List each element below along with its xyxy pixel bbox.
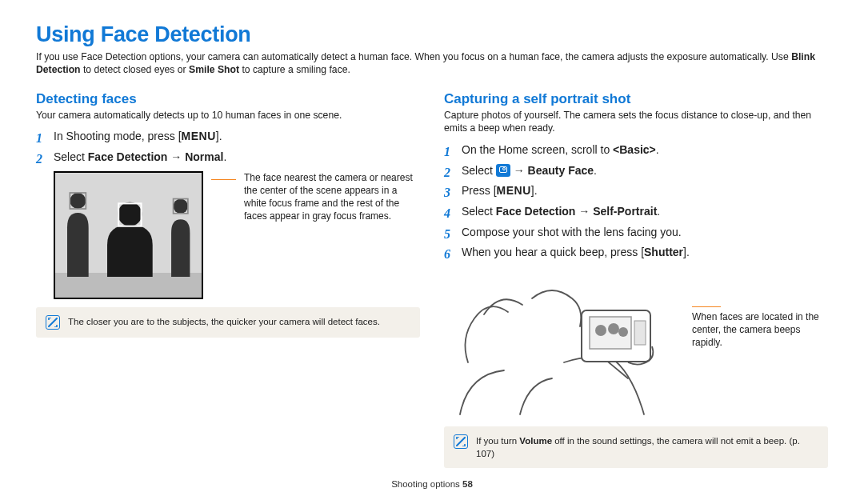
right-tip-box: If you turn Volume off in the sound sett… bbox=[444, 426, 828, 468]
figure-detecting-faces bbox=[54, 171, 203, 299]
figure-self-portrait bbox=[444, 266, 684, 418]
r6c: ]. bbox=[683, 246, 690, 258]
figure-1-row: The face nearest the camera or nearest t… bbox=[54, 171, 420, 299]
right-step-5: Compose your shot with the lens facing y… bbox=[444, 224, 828, 242]
intro-text-2: to detect closed eyes or bbox=[81, 64, 190, 75]
r4a: Select bbox=[462, 205, 496, 218]
footer-page-number: 58 bbox=[462, 479, 473, 489]
left-column: Detecting faces Your camera automaticall… bbox=[36, 91, 420, 468]
svg-rect-11 bbox=[634, 321, 646, 345]
r2b: → bbox=[510, 164, 528, 177]
left-step-1: In Shooting mode, press [MENU]. bbox=[36, 128, 420, 146]
figure-1-caption: The face nearest the camera or nearest t… bbox=[244, 171, 420, 223]
r4b: Face Detection bbox=[496, 205, 576, 218]
r1b: <Basic> bbox=[613, 143, 656, 156]
intro-bold-2: Smile Shot bbox=[189, 64, 239, 75]
note-icon bbox=[46, 315, 60, 330]
r2a: Select bbox=[462, 164, 496, 177]
manual-page: Using Face Detection If you use Face Det… bbox=[0, 0, 864, 497]
r1c: . bbox=[656, 143, 659, 156]
figure-1-svg bbox=[55, 173, 202, 279]
left-lede: Your camera automatically detects up to … bbox=[36, 109, 420, 122]
left-step1-text-a: In Shooting mode, press [ bbox=[54, 130, 182, 142]
r6b: Shutter bbox=[644, 246, 683, 258]
right-steps: On the Home screen, scroll to <Basic>. S… bbox=[444, 142, 828, 262]
section-heading-self-portrait: Capturing a self portrait shot bbox=[444, 91, 828, 107]
section-heading-detecting-faces: Detecting faces bbox=[36, 91, 420, 107]
r3a: Press [ bbox=[462, 184, 497, 197]
note-icon bbox=[454, 434, 468, 449]
left-step-2: Select Face Detection → Normal. bbox=[36, 149, 420, 166]
r1a: On the Home screen, scroll to bbox=[462, 143, 613, 156]
intro-paragraph: If you use Face Detection options, your … bbox=[36, 50, 828, 77]
svg-point-0 bbox=[70, 193, 86, 209]
rt-a: If you turn bbox=[476, 436, 519, 446]
right-step-6: When you hear a quick beep, press [Shutt… bbox=[444, 244, 828, 262]
menu-key: MENU bbox=[182, 128, 216, 146]
r2d: . bbox=[594, 164, 597, 177]
left-step2-a: Select bbox=[54, 150, 88, 163]
left-tip-text: The closer you are to the subjects, the … bbox=[68, 315, 380, 328]
svg-point-1 bbox=[174, 198, 188, 213]
r6a: When you hear a quick beep, press [ bbox=[462, 246, 644, 258]
left-step2-e: . bbox=[223, 150, 226, 163]
menu-key: MENU bbox=[497, 182, 531, 200]
right-step-1: On the Home screen, scroll to <Basic>. bbox=[444, 142, 828, 159]
r4c: → bbox=[575, 205, 593, 218]
right-step-2: Select → Beauty Face. bbox=[444, 162, 828, 180]
footer-section: Shooting options bbox=[391, 479, 462, 489]
left-tip-box: The closer you are to the subjects, the … bbox=[36, 307, 420, 338]
right-step-4: Select Face Detection → Self-Portrait. bbox=[444, 203, 828, 221]
figure-2-svg bbox=[444, 266, 684, 418]
left-step2-d: Normal bbox=[185, 150, 223, 163]
svg-point-10 bbox=[618, 327, 628, 337]
page-footer: Shooting options 58 bbox=[36, 479, 828, 489]
rt-b: Volume bbox=[519, 436, 552, 446]
r4e: . bbox=[657, 205, 660, 218]
svg-point-9 bbox=[608, 323, 619, 334]
figure-2-row: When faces are located in the center, th… bbox=[444, 266, 828, 418]
callout-connector bbox=[211, 179, 236, 180]
callout-connector bbox=[692, 306, 721, 307]
intro-text-1: If you use Face Detection options, your … bbox=[36, 51, 791, 62]
r2c: Beauty Face bbox=[528, 164, 594, 177]
svg-point-2 bbox=[118, 202, 142, 226]
left-step2-c: → bbox=[167, 150, 185, 163]
right-step-3: Press [MENU]. bbox=[444, 182, 828, 200]
right-tip-text: If you turn Volume off in the sound sett… bbox=[476, 434, 818, 460]
figure-2-caption: When faces are located in the center, th… bbox=[692, 310, 828, 350]
svg-point-8 bbox=[595, 325, 606, 336]
r4d: Self-Portrait bbox=[593, 205, 657, 218]
left-step2-b: Face Detection bbox=[88, 150, 168, 163]
right-lede: Capture photos of yourself. The camera s… bbox=[444, 109, 828, 135]
two-column-layout: Detecting faces Your camera automaticall… bbox=[36, 91, 828, 468]
right-column: Capturing a self portrait shot Capture p… bbox=[444, 91, 828, 468]
page-title: Using Face Detection bbox=[36, 22, 828, 47]
left-step1-text-b: ]. bbox=[216, 130, 222, 142]
left-steps: In Shooting mode, press [MENU]. Select F… bbox=[36, 128, 420, 166]
r3b: ]. bbox=[531, 184, 538, 197]
intro-text-3: to capture a smiling face. bbox=[239, 64, 350, 75]
camera-app-icon bbox=[496, 164, 510, 177]
